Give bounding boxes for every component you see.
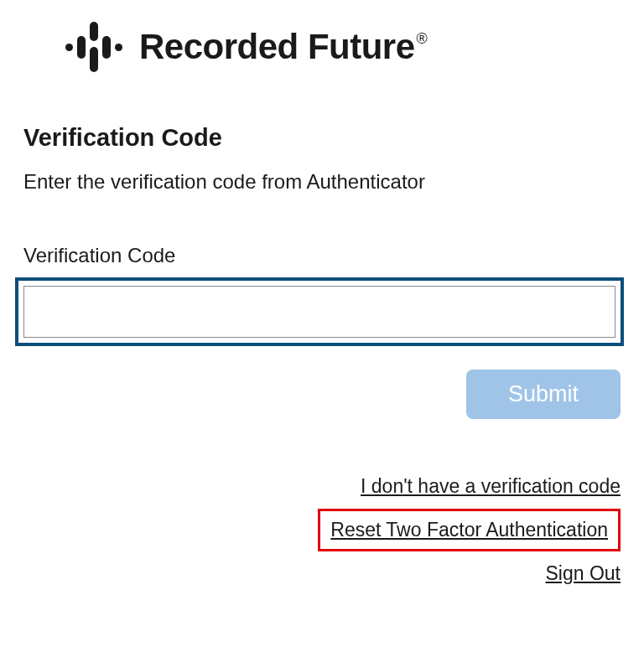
registered-mark: ®	[417, 30, 428, 47]
auth-verification-panel: Recorded Future® Verification Code Enter…	[0, 0, 644, 588]
instruction-text: Enter the verification code from Authent…	[23, 170, 621, 194]
form-actions: Submit	[23, 370, 621, 419]
page-title: Verification Code	[23, 124, 621, 152]
verification-code-input[interactable]	[23, 286, 615, 338]
reset-2fa-annotation-box: Reset Two Factor Authentication	[318, 509, 621, 551]
code-field-label: Verification Code	[23, 244, 621, 267]
brand-name: Recorded Future	[139, 27, 415, 66]
submit-button[interactable]: Submit	[466, 370, 621, 419]
brand-logo: Recorded Future®	[65, 22, 621, 72]
brand-logo-text: Recorded Future®	[139, 27, 427, 67]
input-annotation-box	[15, 277, 624, 346]
sign-out-link[interactable]: Sign Out	[546, 558, 621, 589]
no-code-link[interactable]: I don't have a verification code	[361, 471, 621, 502]
brand-logo-mark-icon	[65, 22, 127, 72]
reset-2fa-link[interactable]: Reset Two Factor Authentication	[330, 519, 608, 541]
auxiliary-links: I don't have a verification code Reset T…	[23, 471, 621, 588]
